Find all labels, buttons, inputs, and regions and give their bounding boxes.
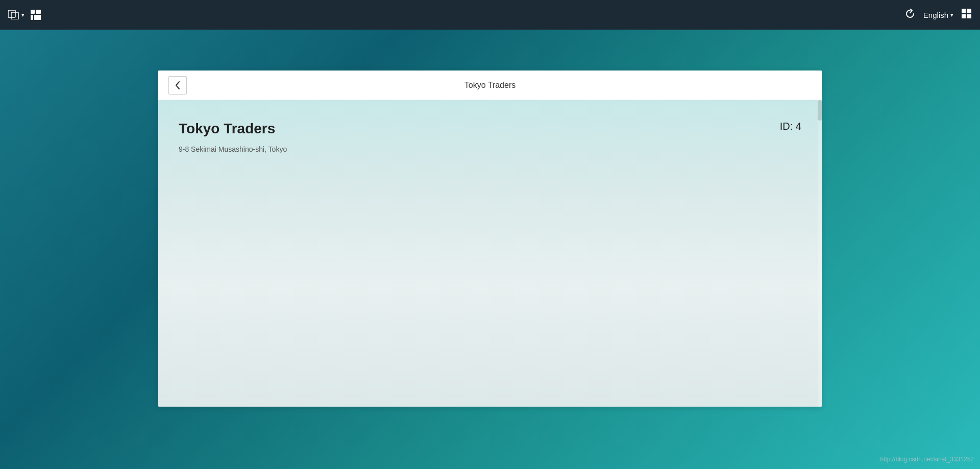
card-container: Tokyo Traders Tokyo Traders ID: 4 9-8 Se… [158, 71, 822, 407]
scrollbar-track[interactable] [818, 100, 822, 407]
svg-rect-4 [31, 15, 33, 20]
language-selector[interactable]: English ▾ [923, 11, 953, 19]
svg-rect-5 [34, 15, 41, 20]
back-button[interactable] [168, 76, 187, 95]
svg-rect-7 [967, 9, 971, 13]
main-content: Tokyo Traders Tokyo Traders ID: 4 9-8 Se… [0, 30, 980, 469]
refresh-button[interactable] [905, 9, 915, 21]
navbar-left: ▾ [8, 10, 41, 20]
card-body: Tokyo Traders ID: 4 9-8 Sekimai Musashin… [158, 100, 822, 407]
svg-rect-3 [36, 10, 41, 14]
company-address: 9-8 Sekimai Musashino-shi, Tokyo [179, 145, 801, 153]
svg-rect-0 [8, 10, 15, 17]
navbar-right: English ▾ [905, 9, 972, 21]
svg-rect-9 [967, 14, 971, 18]
language-dropdown-arrow: ▾ [950, 12, 953, 18]
dropdown-arrow: ▾ [21, 12, 24, 18]
card-title: Tokyo Traders [464, 81, 516, 90]
company-id: ID: 4 [780, 121, 801, 132]
svg-rect-8 [962, 14, 966, 18]
svg-rect-2 [31, 10, 35, 14]
card-header: Tokyo Traders [158, 71, 822, 100]
grid-icon-button[interactable] [962, 9, 972, 21]
scrollbar-thumb[interactable] [818, 100, 822, 121]
company-name: Tokyo Traders [179, 121, 275, 137]
company-header: Tokyo Traders ID: 4 [179, 121, 801, 137]
top-navbar: ▾ English ▾ [0, 0, 980, 30]
language-label: English [923, 11, 948, 19]
svg-rect-6 [962, 9, 966, 13]
svg-rect-1 [11, 12, 18, 19]
layout-icon-button[interactable] [31, 10, 41, 20]
copy-icon-button[interactable]: ▾ [8, 10, 24, 19]
